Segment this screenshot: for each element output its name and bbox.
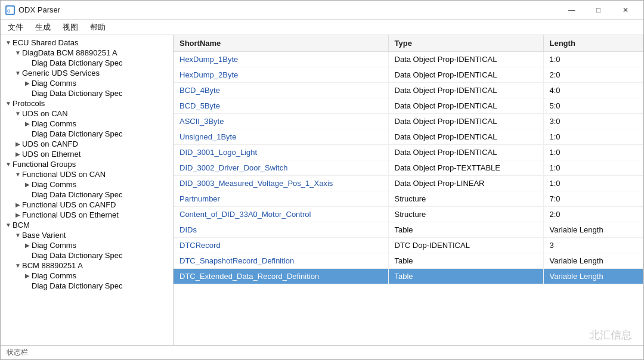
cell-type: Data Object Prop-IDENTICAL [388, 98, 543, 114]
tree-item-base-varient[interactable]: Base Varient [1, 230, 173, 240]
status-text: 状态栏 [7, 347, 28, 358]
minimize-button[interactable]: — [558, 4, 585, 16]
tree-item-diag-comms-4[interactable]: Diag Comms [1, 240, 173, 250]
table-row[interactable]: HexDump_2ByteData Object Prop-IDENTICAL2… [174, 67, 643, 83]
close-button[interactable]: ✕ [612, 4, 639, 16]
tree-item-diag-dict-2[interactable]: Diag Data Dictionary Spec [1, 88, 173, 98]
table-row[interactable]: DTCRecordDTC Dop-IDENTICAL3 [174, 238, 643, 253]
table-row[interactable]: Unsigned_1ByteData Object Prop-IDENTICAL… [174, 129, 643, 145]
tree-arrow-base-varient[interactable] [14, 232, 22, 238]
tree-arrow-func-uds-can[interactable] [14, 171, 22, 178]
cell-shortname: DID_3003_Measured_Voltage_Pos_1_Xaxis [174, 176, 388, 191]
tree-item-diag-dict-4[interactable]: Diag Data Dictionary Spec [1, 190, 173, 200]
tree-item-bcm-88890251[interactable]: BCM 88890251 A [1, 260, 173, 271]
table-row[interactable]: DID_3003_Measured_Voltage_Pos_1_XaxisDat… [174, 176, 643, 191]
tree-arrow-protocols[interactable] [4, 100, 13, 107]
table-row[interactable]: DIDsTableVariable Length [174, 222, 643, 238]
table-row[interactable]: DTC_Extended_Data_Record_DefinitionTable… [174, 269, 643, 284]
cell-shortname: DID_3001_Logo_Light [174, 145, 388, 160]
tree-item-uds-eth[interactable]: UDS on Ethernet [1, 149, 173, 159]
table-row[interactable]: BCD_5ByteData Object Prop-IDENTICAL5:0 [174, 98, 643, 114]
table-header-row: ShortNameTypeLength [174, 35, 643, 52]
tree-arrow-func-uds-canfd[interactable] [14, 201, 22, 208]
tree-item-diag-comms-1[interactable]: Diag Comms [1, 78, 173, 88]
cell-type: Data Object Prop-IDENTICAL [388, 114, 543, 129]
tree-item-protocols[interactable]: Protocols [1, 98, 173, 108]
tree-arrow-generic-uds[interactable] [14, 70, 22, 76]
tree-item-functional-groups[interactable]: Functional Groups [1, 159, 173, 169]
tree-label-func-uds-eth: Functional UDS on Ethernet [22, 210, 119, 219]
tree-arrow-diag-comms-4[interactable] [23, 242, 32, 249]
tree-item-uds-can[interactable]: UDS on CAN [1, 108, 173, 119]
tree-item-diag-comms-2[interactable]: Diag Comms [1, 119, 173, 129]
cell-shortname: Content_of_DID_33A0_Motor_Control [174, 207, 388, 222]
tree-label-uds-eth: UDS on Ethernet [22, 150, 80, 159]
tree-arrow-diag-comms-3[interactable] [23, 181, 32, 188]
col-header-shortname: ShortName [174, 35, 388, 52]
tree-arrow-bcm-88890251[interactable] [14, 262, 22, 269]
table-row[interactable]: ASCII_3ByteData Object Prop-IDENTICAL3:0 [174, 114, 643, 129]
tree-label-diag-dict-2: Diag Data Dictionary Spec [32, 89, 122, 98]
title-bar-controls: — □ ✕ [558, 4, 639, 16]
menu-item-帮助[interactable]: 帮助 [85, 21, 110, 34]
cell-length: 3:0 [543, 114, 643, 129]
tree-item-func-uds-canfd[interactable]: Functional UDS on CANFD [1, 200, 173, 210]
table-scroll[interactable]: ShortNameTypeLength HexDump_1ByteData Ob… [174, 35, 643, 345]
menu-item-文件[interactable]: 文件 [3, 21, 28, 34]
menu-item-生成[interactable]: 生成 [30, 21, 55, 34]
app-title: ODX Parser [18, 5, 60, 14]
tree-item-func-uds-eth[interactable]: Functional UDS on Ethernet [1, 210, 173, 220]
cell-type: DTC Dop-IDENTICAL [388, 238, 543, 253]
cell-shortname: DTCRecord [174, 238, 388, 253]
tree-item-ecu-shared[interactable]: ECU Shared Datas [1, 38, 173, 48]
tree-arrow-diag-comms-1[interactable] [23, 80, 32, 86]
tree-label-diag-comms-2: Diag Comms [32, 119, 76, 128]
tree-label-diag-dict-6: Diag Data Dictionary Spec [32, 281, 122, 290]
tree-item-uds-canfd[interactable]: UDS on CANFD [1, 139, 173, 149]
main-content: ECU Shared DatasDiagData BCM 88890251 AD… [1, 35, 643, 345]
table-row[interactable]: DID_3001_Logo_LightData Object Prop-IDEN… [174, 145, 643, 160]
col-header-type: Type [388, 35, 543, 52]
cell-length: Variable Length [543, 269, 643, 284]
table-row[interactable]: Content_of_DID_33A0_Motor_ControlStructu… [174, 207, 643, 222]
tree-item-bcm[interactable]: BCM [1, 220, 173, 230]
table-row[interactable]: BCD_4ByteData Object Prop-IDENTICAL4:0 [174, 83, 643, 98]
cell-length: 1:0 [543, 160, 643, 176]
table-row[interactable]: PartnumberStructure7:0 [174, 191, 643, 207]
tree-arrow-functional-groups[interactable] [4, 161, 13, 167]
tree-arrow-bcm[interactable] [4, 222, 13, 228]
tree-item-diag-comms-5[interactable]: Diag Comms [1, 271, 173, 281]
tree-item-diag-dict-5[interactable]: Diag Data Dictionary Spec [1, 250, 173, 260]
tree-arrow-func-uds-eth[interactable] [14, 212, 22, 218]
table-row[interactable]: HexDump_1ByteData Object Prop-IDENTICAL1… [174, 52, 643, 67]
tree-arrow-diag-comms-5[interactable] [23, 272, 32, 279]
cell-type: Table [388, 269, 543, 284]
tree-item-diag-dict-3[interactable]: Diag Data Dictionary Spec [1, 129, 173, 139]
tree-arrow-diag-comms-2[interactable] [23, 120, 32, 127]
tree-item-generic-uds[interactable]: Generic UDS Services [1, 68, 173, 78]
tree-arrow-ecu-shared[interactable] [4, 39, 13, 46]
tree-arrow-uds-eth[interactable] [14, 151, 22, 157]
tree-arrow-uds-can[interactable] [14, 110, 22, 117]
menu-item-视图[interactable]: 视图 [58, 21, 83, 34]
cell-shortname: HexDump_1Byte [174, 52, 388, 67]
tree-label-ecu-shared: ECU Shared Datas [13, 38, 79, 47]
tree-label-uds-can: UDS on CAN [22, 109, 68, 118]
title-bar: O ODX Parser — □ ✕ [1, 1, 643, 20]
cell-length: 1:0 [543, 52, 643, 67]
tree-item-diag-dict-1[interactable]: Diag Data Dictionary Spec [1, 58, 173, 68]
tree-arrow-uds-canfd[interactable] [14, 141, 22, 147]
tree-item-func-uds-can[interactable]: Functional UDS on CAN [1, 169, 173, 179]
tree-item-diag-comms-3[interactable]: Diag Comms [1, 179, 173, 190]
cell-shortname: BCD_5Byte [174, 98, 388, 114]
table-row[interactable]: DTC_SnapshotRecord_DefinitionTableVariab… [174, 253, 643, 269]
maximize-button[interactable]: □ [585, 4, 612, 16]
tree-label-functional-groups: Functional Groups [13, 160, 76, 169]
app-icon: O [5, 5, 15, 15]
tree-arrow-diag-bcm[interactable] [14, 49, 22, 56]
table-row[interactable]: DID_3002_Driver_Door_SwitchData Object P… [174, 160, 643, 176]
tree-label-diag-comms-5: Diag Comms [32, 271, 76, 280]
cell-shortname: HexDump_2Byte [174, 67, 388, 83]
tree-item-diag-dict-6[interactable]: Diag Data Dictionary Spec [1, 281, 173, 291]
tree-item-diag-bcm[interactable]: DiagData BCM 88890251 A [1, 48, 173, 58]
